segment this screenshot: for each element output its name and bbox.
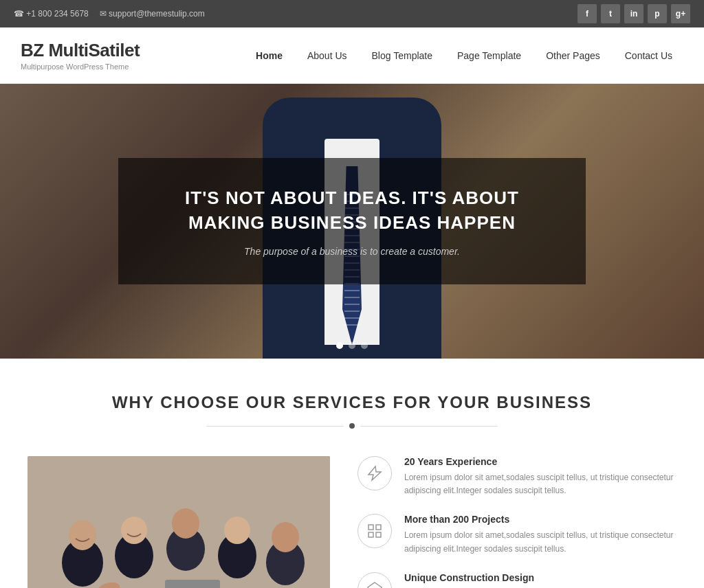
header: BZ MultiSatilet Multipurpose WordPress T… <box>0 27 704 84</box>
email-icon: ✉ <box>100 9 107 19</box>
svg-marker-19 <box>368 583 382 588</box>
top-bar: ☎ +1 800 234 5678 ✉ support@themestulip.… <box>0 0 704 27</box>
hero-dot-3[interactable] <box>361 342 368 349</box>
svg-rect-15 <box>368 525 373 530</box>
service-item-1: 20 Years Experience Lorem ipsum dolor si… <box>358 456 676 497</box>
nav-other[interactable]: Other Pages <box>535 45 611 67</box>
divider-dot <box>349 423 355 429</box>
service-desc-2: Lorem ipsum dolor sit amet,sodales susci… <box>404 529 676 555</box>
divider-right <box>360 426 498 427</box>
service-name-3: Unique Construction Design <box>404 572 676 583</box>
service-icon-design <box>358 572 392 588</box>
phone-info: ☎ +1 800 234 5678 <box>14 9 89 19</box>
googleplus-button[interactable]: g+ <box>671 4 690 23</box>
nav-about[interactable]: About Us <box>296 45 358 67</box>
facebook-button[interactable]: f <box>578 4 597 23</box>
hero-title: IT'S NOT ABOUT IDEAS. IT'S ABOUT MAKING … <box>160 185 544 236</box>
nav-home[interactable]: Home <box>245 45 294 67</box>
hero-dot-2[interactable] <box>349 342 355 349</box>
phone-number: +1 800 234 5678 <box>26 9 88 19</box>
hero-subtitle: The purpose of a business is to create a… <box>160 246 544 257</box>
service-name-1: 20 Years Experience <box>404 456 676 467</box>
divider-left <box>206 426 344 427</box>
hero-dot-1[interactable] <box>336 342 343 349</box>
svg-point-5 <box>69 520 96 550</box>
service-desc-1: Lorem ipsum dolor sit amet,sodales susci… <box>404 471 676 497</box>
svg-rect-2 <box>165 580 220 588</box>
top-bar-contact: ☎ +1 800 234 5678 ✉ support@themestulip.… <box>14 9 205 19</box>
svg-point-7 <box>121 517 147 544</box>
grid-icon <box>366 523 383 539</box>
service-item-3: Unique Construction Design Lorem ipsum d… <box>358 572 676 588</box>
team-photo-svg <box>28 456 330 588</box>
service-text-3: Unique Construction Design Lorem ipsum d… <box>404 572 676 588</box>
services-section: WHY CHOOSE OUR SERVICES FOR YOUR BUSINES… <box>0 359 704 588</box>
service-item-2: More than 200 Projects Lorem ipsum dolor… <box>358 514 676 555</box>
service-name-2: More than 200 Projects <box>404 514 676 525</box>
team-photo <box>28 456 330 588</box>
phone-icon: ☎ <box>14 9 24 19</box>
main-nav: Home About Us Blog Template Page Templat… <box>245 45 683 67</box>
hero-overlay: IT'S NOT ABOUT IDEAS. IT'S ABOUT MAKING … <box>118 158 586 285</box>
linkedin-button[interactable]: in <box>624 4 644 23</box>
social-links: f t in p g+ <box>578 4 690 23</box>
diamond-icon <box>366 581 383 588</box>
svg-point-11 <box>224 517 250 544</box>
svg-point-9 <box>172 508 199 539</box>
hammer-icon <box>366 465 383 482</box>
service-text-1: 20 Years Experience Lorem ipsum dolor si… <box>404 456 676 497</box>
nav-contact[interactable]: Contact Us <box>614 45 683 67</box>
service-text-2: More than 200 Projects Lorem ipsum dolor… <box>404 514 676 555</box>
logo: BZ MultiSatilet Multipurpose WordPress T… <box>21 40 140 71</box>
svg-rect-16 <box>376 525 381 530</box>
twitter-button[interactable]: t <box>601 4 620 23</box>
logo-title: BZ MultiSatilet <box>21 40 140 61</box>
section-title: WHY CHOOSE OUR SERVICES FOR YOUR BUSINES… <box>28 393 676 412</box>
service-list: 20 Years Experience Lorem ipsum dolor si… <box>358 456 676 588</box>
pinterest-button[interactable]: p <box>648 4 667 23</box>
email-address: support@themestulip.com <box>109 9 205 19</box>
svg-rect-17 <box>368 532 373 537</box>
services-content: 20 Years Experience Lorem ipsum dolor si… <box>28 456 676 588</box>
email-info: ✉ support@themestulip.com <box>100 9 205 19</box>
nav-page[interactable]: Page Template <box>446 45 532 67</box>
svg-rect-18 <box>376 532 381 537</box>
service-icon-experience <box>358 456 392 490</box>
logo-subtitle: Multipurpose WordPress Theme <box>21 63 140 71</box>
section-divider <box>28 423 676 429</box>
nav-blog[interactable]: Blog Template <box>361 45 443 67</box>
hero-section: IT'S NOT ABOUT IDEAS. IT'S ABOUT MAKING … <box>0 84 704 359</box>
svg-point-13 <box>272 522 299 552</box>
service-icon-projects <box>358 514 392 548</box>
hero-dots <box>336 342 368 349</box>
